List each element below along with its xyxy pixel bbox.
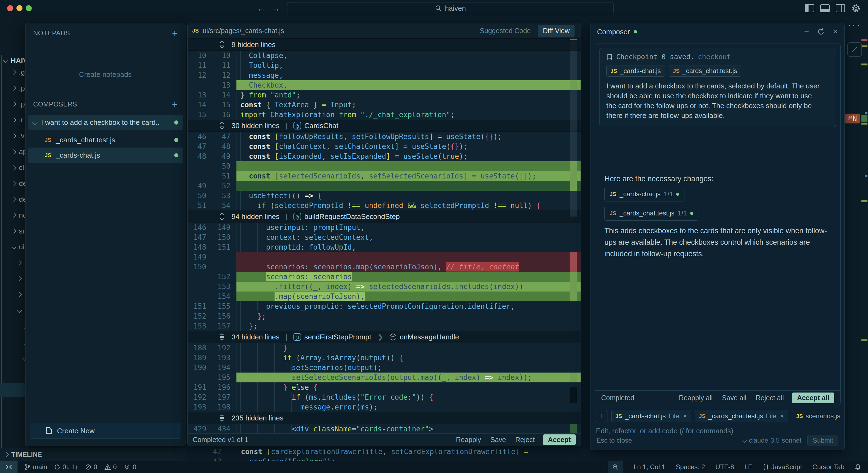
context-file-chip[interactable]: JS_cards-chat.jsFile×	[611, 410, 691, 423]
hidden-lines-header[interactable]: 235 hidden lines	[188, 412, 581, 424]
toggle-right-sidebar-icon[interactable]	[836, 4, 845, 12]
diff-code-row: 152156 };	[188, 311, 581, 321]
file-name: _cards_chat.test.js	[682, 67, 737, 75]
submit-button[interactable]: Submit	[807, 435, 838, 446]
code-token: )	[347, 282, 356, 291]
status-sync[interactable]: 0↓ 1↑	[54, 463, 78, 471]
code-token: selectedContext	[305, 233, 369, 241]
status-utf-8[interactable]: UTF-8	[715, 463, 734, 471]
code-token: selectedPromptId	[421, 201, 489, 210]
reject-all-button[interactable]: Reject all	[756, 394, 784, 402]
create-new-button[interactable]: Create New	[30, 423, 181, 439]
editor-actions-more-icon[interactable]: ···	[848, 19, 861, 30]
minimap[interactable]	[860, 16, 868, 461]
toggle-bottom-panel-icon[interactable]	[820, 4, 830, 12]
symbol-breadcrumb: @sendFirstStepPrompt	[293, 333, 371, 341]
hidden-lines-header[interactable]: 30 hidden lines|@CardsChat	[188, 120, 581, 132]
old-line-number: 150	[188, 262, 212, 272]
new-line-number: 10	[212, 50, 236, 61]
maximize-traffic-light[interactable]	[26, 5, 32, 11]
code-token: "Error code:"	[360, 393, 416, 401]
code-token: const	[249, 142, 270, 150]
status-ln-1-col-1[interactable]: Ln 1, Col 1	[633, 463, 665, 471]
back-arrow-icon[interactable]: ←	[257, 4, 265, 13]
js-file-icon: JS	[610, 210, 616, 216]
suggested-code-toggle[interactable]: Suggested Code	[480, 27, 531, 35]
context-file-chip[interactable]: JS_cards_chat.test.jsFile×	[695, 410, 788, 423]
explorer-root[interactable]: HAIV	[4, 56, 28, 65]
search-input[interactable]: haiven	[287, 2, 614, 14]
chip-suffix: File	[669, 412, 679, 420]
close-icon[interactable]: ×	[833, 27, 838, 36]
settings-gear-icon[interactable]	[851, 3, 861, 13]
accept-button[interactable]: Accept	[543, 434, 576, 445]
diff-code-row: 153157 };	[188, 321, 581, 331]
restart-icon[interactable]	[817, 28, 825, 36]
code-token: followUpId	[309, 243, 352, 251]
chevron-right-icon	[17, 292, 22, 297]
code-token: ,	[343, 133, 352, 141]
code-token: [	[275, 172, 279, 180]
attached-file-pill[interactable]: JS_cards-chat.js	[606, 65, 665, 77]
status-cursor-tab[interactable]: Cursor Tab	[812, 463, 844, 471]
hidden-lines-header[interactable]: 9 hidden lines	[188, 39, 581, 50]
status-warning[interactable]: 0	[104, 463, 117, 471]
remove-chip-icon[interactable]: ×	[780, 412, 784, 420]
add-notepad-button[interactable]: +	[172, 29, 178, 38]
diff-file-path[interactable]: ui/src/pages/_cards-chat.js	[203, 27, 284, 35]
status-lf[interactable]: LF	[744, 463, 752, 471]
code-token: Collapse	[249, 52, 283, 60]
code-token: {	[313, 192, 322, 200]
toggle-left-sidebar-icon[interactable]	[805, 4, 814, 12]
reapply-all-button[interactable]: Reapply all	[679, 394, 713, 402]
close-traffic-light[interactable]	[7, 5, 13, 11]
code-line: .map(scenarioToJson),	[237, 292, 581, 301]
minimap-mark	[861, 200, 867, 202]
model-selector[interactable]: claude-3.5-sonnet	[743, 437, 801, 444]
code-token: {}	[485, 133, 493, 141]
code-token: [	[275, 142, 279, 150]
composers-title: COMPOSERS	[33, 100, 77, 108]
tree-item-label: sr	[19, 227, 25, 235]
code-line: const [cardExplorationDrawerTitle, setCa…	[228, 447, 583, 457]
remote-indicator[interactable]	[0, 461, 18, 473]
reapply-button[interactable]: Reapply	[456, 436, 481, 444]
old-line-number: 11	[188, 61, 212, 70]
reject-button[interactable]: Reject	[516, 436, 535, 444]
status-branch[interactable]: main	[25, 463, 47, 471]
status-broadcast[interactable]: 0	[124, 463, 136, 471]
status-error[interactable]: 0	[85, 463, 97, 471]
hidden-lines-header[interactable]: 94 hidden lines|@buildRequestDataSecondS…	[188, 210, 581, 223]
add-composer-button[interactable]: +	[172, 100, 178, 109]
composer-input[interactable]: Edit, refactor, or add code (/ for comma…	[596, 427, 733, 435]
status-bell[interactable]	[855, 464, 861, 470]
timeline-section[interactable]: TIMELINE	[0, 448, 185, 461]
old-line-number: 51	[188, 201, 212, 210]
shortcut-badge: ⌘N	[845, 113, 860, 124]
change-file-chip[interactable]: JS _cards_chat.test.js 1/1	[604, 206, 699, 221]
composer-file-item[interactable]: JS _cards_chat.test.js	[28, 132, 183, 147]
composer-file-item-selected[interactable]: JS _cards-chat.js	[28, 147, 183, 163]
change-file-chip[interactable]: JS _cards-chat.js 1/1	[604, 187, 684, 201]
code-token: from	[339, 110, 356, 119]
status-javascript[interactable]: JavaScript	[763, 463, 802, 471]
status-zoom[interactable]	[608, 461, 623, 473]
checkout-link[interactable]: checkout	[698, 53, 731, 61]
save-button[interactable]: Save	[491, 436, 506, 444]
save-all-button[interactable]: Save all	[722, 394, 746, 402]
editor-overlay-button[interactable]	[847, 42, 862, 57]
context-file-chip[interactable]: JSscenarios.js+	[792, 410, 845, 423]
accept-all-button[interactable]: Accept all	[792, 393, 834, 403]
composer-list-item[interactable]: I want to add a checkbox to the card...	[28, 115, 183, 130]
hidden-lines-header[interactable]: 34 hidden lines|@sendFirstStepPrompt❯onM…	[188, 331, 581, 343]
status-spaces-2[interactable]: Spaces: 2	[676, 463, 705, 471]
remove-chip-icon[interactable]: ×	[683, 412, 687, 420]
add-context-button[interactable]: +	[595, 410, 608, 423]
code-token: useState	[403, 152, 438, 160]
minimize-icon[interactable]: −	[804, 27, 809, 36]
attached-file-pill[interactable]: JS_cards_chat.test.js	[669, 65, 741, 77]
code-token: promptid	[266, 243, 300, 251]
forward-arrow-icon[interactable]: →	[272, 4, 280, 13]
diff-view-toggle[interactable]: Diff View	[538, 25, 575, 37]
minimize-traffic-light[interactable]	[17, 5, 23, 11]
